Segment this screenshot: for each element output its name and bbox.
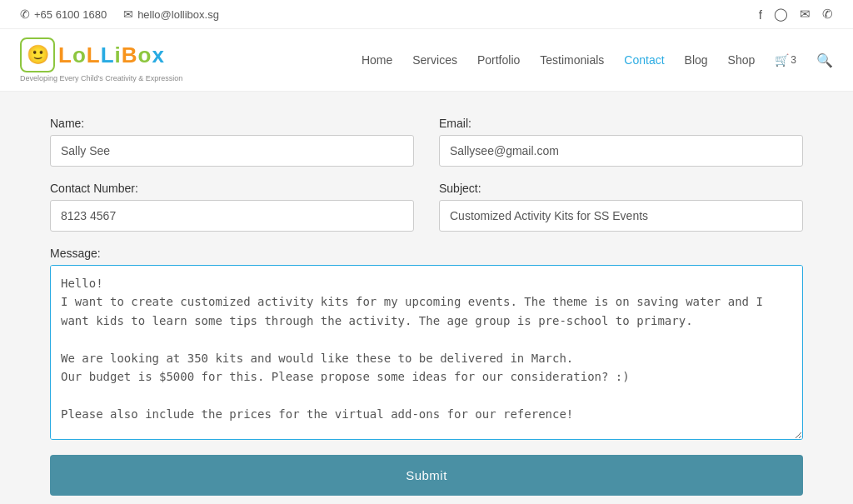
subject-group: Subject:: [439, 182, 803, 232]
message-group: Message:: [50, 247, 803, 440]
topbar: ✆ +65 6100 1680 ✉ hello@lollibox.sg f ◯ …: [0, 0, 853, 29]
name-input[interactable]: [50, 135, 414, 167]
phone-number: +65 6100 1680: [34, 8, 107, 21]
email-input[interactable]: [439, 135, 803, 167]
message-textarea[interactable]: [50, 265, 803, 440]
message-label: Message:: [50, 247, 803, 260]
phone-social-icon[interactable]: ✆: [822, 7, 833, 22]
form-row-2: Contact Number: Subject:: [50, 182, 803, 232]
nav-blog[interactable]: Blog: [685, 53, 708, 67]
phone-item: ✆ +65 6100 1680: [20, 7, 107, 21]
subject-input[interactable]: [439, 200, 803, 232]
name-group: Name:: [50, 117, 414, 167]
contact-label: Contact Number:: [50, 182, 414, 195]
contact-group: Contact Number:: [50, 182, 414, 232]
logo-box: 🙂 LoLLiBox: [20, 37, 165, 72]
logo-text: LoLLiBox: [58, 42, 165, 68]
email-group: Email:: [439, 117, 803, 167]
mail-icon[interactable]: ✉: [800, 7, 811, 22]
email-address: hello@lollibox.sg: [137, 8, 219, 21]
name-label: Name:: [50, 117, 414, 130]
cart-count: 3: [791, 54, 796, 66]
logo-tagline: Developing Every Child's Creativity & Ex…: [20, 74, 182, 82]
contact-form-section: Name: Email: Contact Number: Subject: Me…: [0, 92, 853, 504]
subject-label: Subject:: [439, 182, 803, 195]
nav-services[interactable]: Services: [412, 53, 457, 67]
topbar-right: f ◯ ✉ ✆: [759, 7, 833, 22]
navbar: 🙂 LoLLiBox Developing Every Child's Crea…: [0, 29, 853, 92]
nav-portfolio[interactable]: Portfolio: [477, 53, 520, 67]
facebook-icon[interactable]: f: [759, 7, 762, 22]
logo-smiley: 🙂: [20, 37, 55, 72]
form-row-1: Name: Email:: [50, 117, 803, 167]
nav-links: Home Services Portfolio Testimonials Con…: [362, 52, 833, 68]
cart-symbol: 🛒: [775, 53, 789, 67]
nav-shop[interactable]: Shop: [728, 53, 756, 67]
logo: 🙂 LoLLiBox Developing Every Child's Crea…: [20, 37, 182, 82]
nav-contact[interactable]: Contact: [624, 53, 664, 67]
nav-home[interactable]: Home: [362, 53, 392, 67]
submit-button[interactable]: Submit: [50, 455, 803, 496]
search-icon[interactable]: 🔍: [816, 52, 833, 68]
contact-input[interactable]: [50, 200, 414, 232]
email-item: ✉ hello@lollibox.sg: [123, 7, 219, 21]
instagram-icon[interactable]: ◯: [774, 7, 788, 22]
envelope-icon: ✉: [123, 7, 133, 21]
nav-testimonials[interactable]: Testimonials: [540, 53, 604, 67]
phone-icon: ✆: [20, 7, 30, 21]
topbar-left: ✆ +65 6100 1680 ✉ hello@lollibox.sg: [20, 7, 219, 21]
cart-icon[interactable]: 🛒 3: [775, 53, 796, 67]
email-label: Email:: [439, 117, 803, 130]
